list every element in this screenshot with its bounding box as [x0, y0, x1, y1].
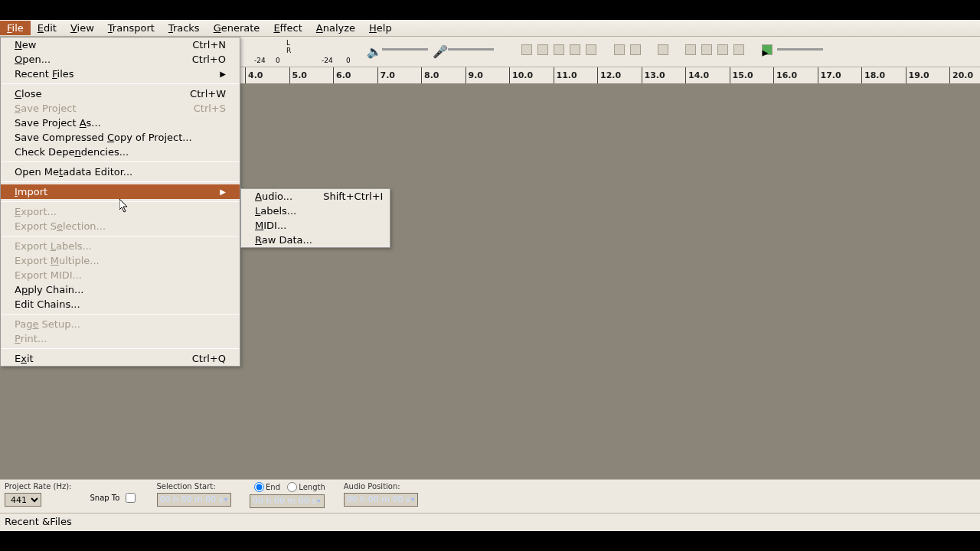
file-menu-item-apply-chain[interactable]: Apply Chain... — [1, 282, 240, 297]
ruler-tick: 5.0 — [289, 67, 290, 83]
menubar-item-generate[interactable]: Generate — [207, 21, 267, 35]
file-menu-item-print: Print... — [1, 331, 240, 346]
fit-selection-icon[interactable] — [717, 44, 728, 55]
file-menu-item-recent-files[interactable]: Recent Files▶ — [1, 67, 240, 81]
cut-icon[interactable] — [521, 44, 532, 55]
meter-left-zero: 0 — [276, 57, 280, 64]
selection-start-time[interactable]: 00 h 00 m 00 s▾ — [157, 493, 232, 507]
meter-r-label: R — [286, 47, 291, 54]
project-rate-label: Project Rate (Hz): — [5, 482, 71, 491]
ruler-tick: 20.0 — [949, 67, 950, 83]
sync-icon[interactable] — [658, 44, 668, 55]
trim-icon[interactable] — [570, 44, 580, 55]
shortcut: Ctrl+N — [192, 39, 226, 51]
app-window: FileEditViewTransportTracksGenerateEffec… — [0, 20, 980, 531]
ruler-tick: 15.0 — [730, 67, 730, 83]
file-menu-item-export-multiple: Export Multiple... — [1, 253, 240, 268]
file-menu-item-save-compressed-copy-of-project[interactable]: Save Compressed Copy of Project... — [1, 130, 240, 145]
import-menu-item-audio[interactable]: Audio...Shift+Ctrl+I — [241, 189, 390, 204]
length-radio[interactable] — [287, 482, 297, 492]
file-menu-item-export: Export... — [1, 204, 240, 219]
paste-icon[interactable] — [554, 44, 564, 55]
menu-separator — [2, 348, 239, 349]
speaker-icon[interactable]: 🔈 — [367, 44, 377, 55]
menu-separator — [2, 201, 239, 202]
ruler-tick: 10.0 — [509, 67, 510, 83]
end-radio[interactable] — [254, 482, 264, 492]
menu-separator — [2, 83, 239, 84]
menubar-item-edit[interactable]: Edit — [31, 21, 64, 35]
ruler-tick: 8.0 — [421, 67, 422, 83]
menubar-item-effect[interactable]: Effect — [266, 21, 309, 35]
selection-start-label: Selection Start: — [157, 482, 232, 491]
status-bar: Recent &Files — [0, 513, 980, 530]
ruler-tick: 7.0 — [377, 67, 378, 83]
mic-icon[interactable]: 🎤 — [433, 44, 443, 55]
meter-left-min: -24 — [254, 57, 266, 64]
file-menu-item-export-labels: Export Labels... — [1, 239, 240, 253]
snap-to-checkbox[interactable] — [126, 493, 136, 503]
menubar-item-transport[interactable]: Transport — [101, 21, 162, 35]
file-menu-item-exit[interactable]: ExitCtrl+Q — [1, 351, 240, 366]
undo-icon[interactable] — [614, 44, 625, 55]
submenu-arrow-icon: ▶ — [220, 70, 226, 78]
copy-icon[interactable] — [537, 44, 548, 55]
shortcut: Shift+Ctrl+I — [323, 191, 383, 202]
file-menu-item-check-dependencies[interactable]: Check Dependencies... — [1, 145, 240, 159]
ruler-tick: 17.0 — [818, 67, 818, 83]
menu-separator — [2, 236, 239, 236]
menubar-item-help[interactable]: Help — [362, 21, 399, 35]
shortcut: Ctrl+Q — [192, 353, 226, 364]
menubar-item-file[interactable]: File — [0, 21, 31, 35]
import-menu-item-raw-data[interactable]: Raw Data... — [241, 233, 390, 247]
selection-end-time[interactable]: 00 h 00 m 00 s▾ — [250, 494, 325, 508]
redo-icon[interactable] — [630, 44, 641, 55]
ruler-tick: 12.0 — [597, 67, 598, 83]
project-rate-select[interactable]: 441 — [5, 493, 41, 507]
snap-to-label: Snap To — [90, 494, 119, 502]
ruler-tick: 14.0 — [685, 67, 686, 83]
ruler-tick: 11.0 — [554, 67, 554, 83]
import-menu-item-labels[interactable]: Labels... — [241, 204, 390, 218]
silence-icon[interactable] — [586, 44, 596, 55]
file-menu-item-import[interactable]: Import▶ — [1, 184, 240, 199]
ruler-tick: 16.0 — [773, 67, 774, 83]
submenu-arrow-icon: ▶ — [220, 187, 226, 196]
import-submenu: Audio...Shift+Ctrl+ILabels...MIDI...Raw … — [240, 188, 390, 248]
file-menu-item-new[interactable]: NewCtrl+N — [1, 37, 240, 52]
selection-toolbar: Project Rate (Hz): 441 Snap To Selection… — [0, 479, 980, 513]
audio-position-time[interactable]: 00 h 00 m 00 s▾ — [344, 493, 419, 507]
ruler-tick: 4.0 — [245, 67, 246, 83]
menubar-item-view[interactable]: View — [64, 21, 101, 35]
file-menu-item-open[interactable]: Open...Ctrl+O — [1, 52, 240, 67]
import-menu-item-midi[interactable]: MIDI... — [241, 218, 390, 233]
ruler-tick: 19.0 — [906, 67, 906, 83]
audio-position-label: Audio Position: — [344, 482, 419, 491]
shortcut: Ctrl+S — [194, 103, 226, 114]
status-text: Recent &Files — [5, 516, 72, 527]
meter-right-zero: 0 — [346, 57, 351, 64]
file-menu-item-open-metadata-editor[interactable]: Open Metadata Editor... — [1, 165, 240, 179]
menubar-item-tracks[interactable]: Tracks — [162, 21, 207, 35]
shortcut: Ctrl+O — [192, 54, 226, 65]
file-menu-item-export-selection: Export Selection... — [1, 219, 240, 233]
menu-separator — [2, 161, 239, 162]
zoom-in-icon[interactable] — [685, 44, 696, 55]
file-menu-item-save-project-as[interactable]: Save Project As... — [1, 116, 240, 130]
file-menu-item-edit-chains[interactable]: Edit Chains... — [1, 297, 240, 311]
play-at-speed-icon[interactable]: ▸ — [762, 44, 773, 55]
zoom-out-icon[interactable] — [701, 44, 712, 55]
file-menu-item-save-project: Save ProjectCtrl+S — [1, 101, 240, 116]
ruler-tick: 9.0 — [466, 67, 466, 83]
file-menu-item-export-midi: Export MIDI... — [1, 268, 240, 282]
menu-separator — [2, 314, 239, 315]
fit-project-icon[interactable] — [733, 44, 744, 55]
ruler-tick: 13.0 — [642, 67, 642, 83]
file-menu: NewCtrl+NOpen...Ctrl+ORecent Files▶Close… — [0, 37, 240, 367]
meter-right-min: -24 — [322, 57, 333, 64]
length-label: Length — [299, 483, 325, 491]
menubar-item-analyze[interactable]: Analyze — [309, 21, 362, 35]
file-menu-item-close[interactable]: CloseCtrl+W — [1, 86, 240, 101]
ruler-tick: 18.0 — [861, 67, 862, 83]
ruler-tick: 6.0 — [333, 67, 334, 83]
